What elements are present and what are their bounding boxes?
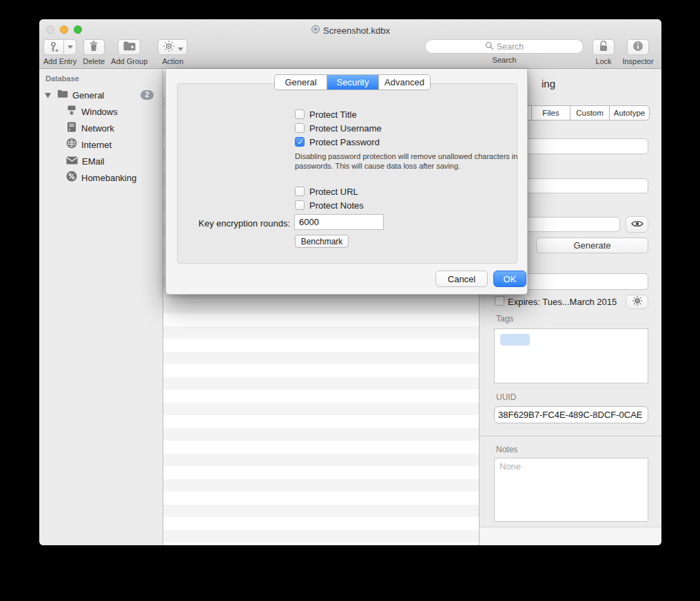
key-plus-icon[interactable]	[44, 40, 63, 54]
add-group-button[interactable]	[118, 39, 141, 55]
expires-label: Expires: Tues...March 2015	[508, 297, 617, 307]
trash-icon	[88, 40, 100, 55]
sidebar-item-email[interactable]: EMail	[39, 153, 163, 169]
gear-icon	[163, 40, 175, 55]
window-title-group: Screenshot.kdbx	[311, 24, 390, 36]
delete-label: Delete	[83, 57, 105, 65]
entry-count-badge: 2	[141, 90, 154, 100]
lock-label: Lock	[595, 57, 611, 65]
protect-title-row[interactable]: Protect Title	[295, 109, 357, 120]
sidebar: Database General 2 Windows Network	[39, 69, 163, 545]
globe-icon	[66, 138, 77, 151]
password-protection-warning: Disabling password protection will remov…	[295, 152, 522, 171]
toolbar-left: Add Entry Delete Add Group	[43, 39, 187, 65]
action-button[interactable]	[158, 39, 187, 55]
envelope-icon	[66, 155, 78, 167]
sidebar-item-network[interactable]: Network	[39, 120, 163, 136]
eye-icon	[631, 218, 644, 231]
document-proxy-icon	[311, 24, 320, 36]
inspector-tab-autotype[interactable]: Autotype	[609, 106, 649, 120]
folder-plus-icon	[123, 41, 136, 54]
protect-url-label: Protect URL	[309, 187, 358, 197]
sidebar-item-label: Internet	[81, 140, 112, 150]
add-entry-dropdown-arrow-icon[interactable]	[63, 40, 76, 54]
traffic-lights	[46, 25, 82, 34]
sidebar-item-label: Homebanking	[81, 173, 136, 183]
action-tool: Action	[158, 39, 187, 65]
zoom-window-button[interactable]	[74, 25, 82, 34]
unlocked-padlock-icon	[598, 40, 609, 55]
search-input[interactable]: Search	[425, 39, 584, 54]
ok-button[interactable]: OK	[493, 271, 526, 287]
inspector-tab-custom[interactable]: Custom	[570, 106, 609, 120]
notes-label: Notes	[496, 445, 517, 454]
tags-box[interactable]	[494, 328, 648, 383]
action-label: Action	[163, 57, 184, 65]
disclosure-triangle-icon[interactable]	[45, 89, 51, 101]
sidebar-item-general[interactable]: General 2	[39, 87, 163, 103]
sidebar-item-label: Windows	[81, 107, 118, 117]
sidebar-item-label: General	[72, 90, 104, 101]
generate-password-button[interactable]: Generate	[536, 238, 648, 253]
group-settings-dialog: General Security Advanced Protect Title …	[165, 69, 528, 295]
inspector-entry-title: ing	[542, 78, 555, 89]
protect-notes-label: Protect Notes	[309, 200, 364, 211]
delete-tool: Delete	[83, 39, 105, 65]
protect-title-label: Protect Title	[309, 109, 357, 120]
sidebar-item-label: EMail	[82, 156, 105, 167]
lock-button[interactable]	[593, 39, 615, 55]
protect-username-checkbox[interactable]	[295, 123, 305, 133]
lock-tool: Lock	[587, 39, 620, 65]
notes-field[interactable]	[494, 458, 648, 522]
protect-url-checkbox[interactable]	[295, 187, 305, 196]
protect-notes-row[interactable]: Protect Notes	[295, 200, 364, 211]
uuid-field[interactable]	[494, 406, 648, 423]
inspector-button[interactable]	[627, 39, 649, 55]
protect-password-label: Protect Password	[309, 137, 380, 147]
add-group-tool: Add Group	[111, 39, 147, 65]
search-tool: Search Search	[425, 39, 584, 64]
tag-pill[interactable]	[500, 334, 530, 346]
benchmark-button[interactable]: Benchmark	[295, 235, 349, 248]
tags-label: Tags	[496, 314, 513, 324]
protect-notes-checkbox[interactable]	[295, 200, 305, 210]
dialog-tabs: General Security Advanced	[274, 74, 431, 90]
sidebar-section-header: Database	[45, 74, 79, 83]
protect-username-row[interactable]: Protect Username	[295, 123, 382, 134]
expires-options-button[interactable]	[626, 295, 648, 309]
app-window: Screenshot.kdbx Add Entry Delete	[39, 19, 661, 545]
inspector-tab-files[interactable]: Files	[531, 106, 570, 120]
sidebar-item-homebanking[interactable]: Homebanking	[39, 169, 163, 186]
tab-security[interactable]: Security	[327, 75, 378, 89]
tab-advanced[interactable]: Advanced	[378, 75, 430, 89]
add-entry-label: Add Entry	[43, 57, 76, 65]
sidebar-item-internet[interactable]: Internet	[39, 136, 163, 153]
add-entry-button[interactable]	[43, 39, 76, 55]
tab-general[interactable]: General	[275, 75, 327, 89]
server-icon	[67, 122, 76, 135]
protect-password-row[interactable]: Protect Password	[295, 136, 380, 147]
protect-url-row[interactable]: Protect URL	[295, 186, 358, 197]
delete-button[interactable]	[83, 39, 105, 55]
sidebar-item-windows[interactable]: Windows	[39, 103, 163, 120]
window-header: Screenshot.kdbx Add Entry Delete	[39, 19, 661, 69]
uuid-label: UUID	[496, 392, 516, 402]
add-group-label: Add Group	[111, 57, 147, 65]
inspector-bottom-bar	[480, 527, 661, 545]
expires-checkbox[interactable]	[495, 296, 504, 306]
inspector-label: Inspector	[622, 57, 653, 65]
folder-icon	[57, 89, 69, 101]
search-icon	[485, 41, 494, 53]
protect-password-checkbox[interactable]	[295, 137, 305, 147]
close-window-button[interactable]	[46, 25, 54, 34]
protect-title-checkbox[interactable]	[295, 109, 305, 119]
minimize-window-button[interactable]	[60, 25, 68, 34]
key-encryption-rounds-field[interactable]	[294, 214, 384, 230]
inspector-tool: Inspector	[621, 39, 655, 65]
info-icon	[632, 40, 644, 55]
desktop-background: Screenshot.kdbx Add Entry Delete	[0, 0, 700, 601]
reveal-password-button[interactable]	[626, 216, 648, 233]
cancel-button[interactable]: Cancel	[435, 271, 488, 287]
network-computers-icon	[66, 105, 77, 118]
search-placeholder: Search	[497, 42, 524, 52]
